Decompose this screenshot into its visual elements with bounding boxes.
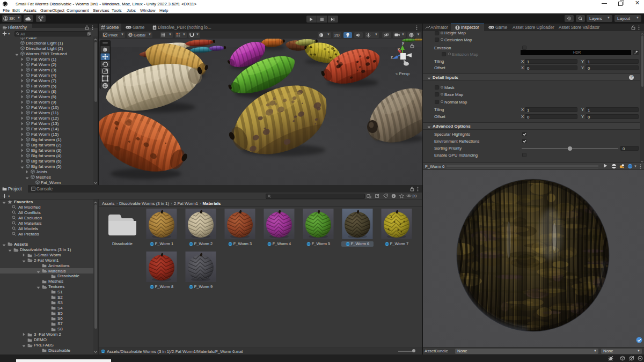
svg-text:z: z bbox=[391, 55, 393, 60]
svg-text:x: x bbox=[398, 47, 400, 51]
svg-text:< Persp: < Persp bbox=[396, 71, 409, 76]
svg-text:y: y bbox=[402, 40, 404, 45]
